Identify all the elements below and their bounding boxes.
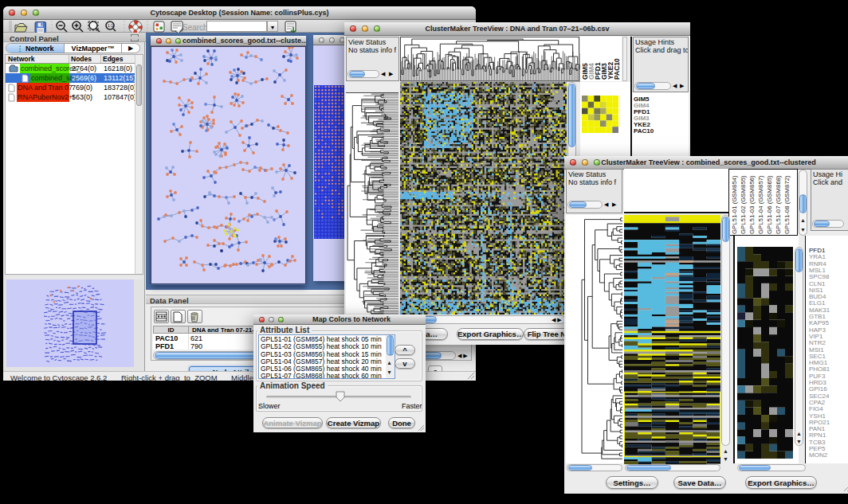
svg-text:GPL51-07 (GSM868): GPL51-07 (GSM868) (775, 175, 782, 234)
svg-text:GPL51-01 (GSM854): GPL51-01 (GSM854) (731, 175, 738, 234)
svg-text:GPL51-02 (GSM855): GPL51-02 (GSM855) (740, 175, 747, 234)
svg-text:PAC10: PAC10 (613, 58, 621, 80)
svg-text:GPL51-06 (GSM865): GPL51-06 (GSM865) (766, 175, 773, 234)
svg-text:GPL51-03 (GSM856): GPL51-03 (GSM856) (748, 175, 756, 234)
svg-text:GPL51-04 (GSM857): GPL51-04 (GSM857) (757, 175, 764, 234)
svg-text:GPL51-08 (GSM872): GPL51-08 (GSM872) (783, 175, 791, 234)
svg-text:1:1: 1:1 (108, 23, 113, 28)
